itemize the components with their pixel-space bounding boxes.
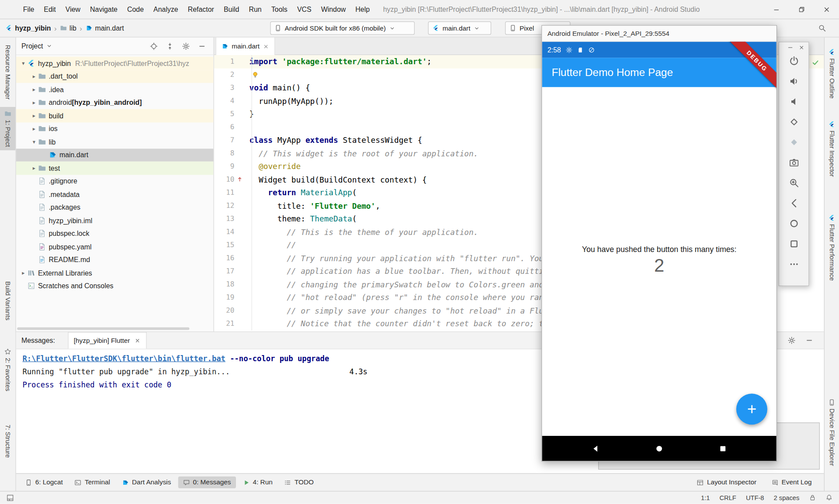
emulator-close-icon[interactable]	[798, 45, 805, 51]
tool-stripe-flutter-inspector[interactable]: Flutter Inspector	[825, 117, 839, 180]
tool-button-6-logcat[interactable]: 6: Logcat	[21, 476, 68, 488]
menu-build[interactable]: Build	[219, 0, 244, 19]
tool-stripe-2-favorites[interactable]: 2: Favorites	[0, 345, 16, 395]
emulator-rotate-right-button[interactable]	[784, 132, 803, 152]
breadcrumb-main-dart[interactable]: main.dart	[85, 24, 124, 32]
tree-item-pubspec-yaml[interactable]: pubspec.yaml	[16, 240, 214, 253]
status-2-spaces[interactable]: 2 spaces	[774, 494, 800, 501]
emulator-title-bar[interactable]: Android Emulator - Pixel_2_API_29:5554	[542, 26, 776, 42]
emulator-zoom-button[interactable]	[784, 173, 803, 193]
menu-code[interactable]: Code	[122, 0, 149, 19]
run-config-selector[interactable]: main.dart	[428, 21, 491, 35]
collapse-arrow-icon[interactable]: ▾	[30, 139, 38, 145]
tree-item-idea[interactable]: ▸.idea	[16, 83, 214, 96]
status-crlf[interactable]: CRLF	[719, 494, 736, 501]
emulator-overview-button[interactable]	[784, 234, 803, 254]
tree-item-ios[interactable]: ▸ios	[16, 122, 214, 135]
device-selector[interactable]: Android SDK built for x86 (mobile)	[270, 21, 415, 35]
tree-item-pubspec-lock[interactable]: pubspec.lock	[16, 227, 214, 240]
menu-edit[interactable]: Edit	[39, 0, 60, 19]
chevron-down-icon[interactable]	[46, 43, 53, 49]
locate-file-icon[interactable]	[150, 42, 158, 50]
override-marker-icon[interactable]	[236, 176, 243, 182]
tree-item-lib[interactable]: ▾lib	[16, 135, 214, 148]
gear-icon[interactable]	[182, 42, 190, 50]
breadcrumb-hyzp-yibin[interactable]: hyzp_yibin	[5, 24, 51, 32]
tool-stripe-build-variants[interactable]: Build Variants	[0, 278, 16, 324]
expand-arrow-icon[interactable]: ▸	[30, 100, 38, 105]
hide-panel-icon[interactable]	[198, 42, 206, 50]
menu-view[interactable]: View	[61, 0, 85, 19]
tree-item-hyzp-yibin-iml[interactable]: hyzp_yibin.iml	[16, 214, 214, 227]
close-button[interactable]	[814, 0, 839, 19]
menu-navigate[interactable]: Navigate	[85, 0, 122, 19]
tool-stripe-flutter-performance[interactable]: Flutter Performance	[825, 211, 839, 284]
emulator-screen[interactable]: 2:58 Flutter Demo Home Page You have pus…	[542, 42, 776, 461]
emulator-camera-button[interactable]	[784, 152, 803, 173]
emulator-more-button[interactable]	[784, 254, 803, 275]
minimize-button[interactable]	[763, 0, 789, 19]
tool-stripe-7-structure[interactable]: 7: Structure	[0, 421, 16, 461]
tool-stripe-device-file-explorer[interactable]: Device File Explorer	[825, 396, 839, 469]
expand-arrow-icon[interactable]: ▸	[30, 86, 38, 92]
tool-button-terminal[interactable]: Terminal	[70, 476, 115, 488]
tool-stripe-flutter-outline[interactable]: Flutter Outline	[825, 45, 839, 102]
tree-item-external-libraries[interactable]: ▸External Libraries	[16, 266, 214, 280]
expand-arrow-icon[interactable]: ▸	[30, 126, 38, 131]
tool-button-4-run[interactable]: 4: Run	[238, 476, 277, 488]
expand-arrow-icon[interactable]: ▸	[30, 165, 38, 171]
tree-item-readme-md[interactable]: README.md	[16, 253, 214, 266]
hide-panel-icon[interactable]	[805, 336, 813, 344]
horizontal-scrollbar[interactable]	[17, 327, 189, 330]
nav-recents-icon[interactable]	[719, 444, 728, 453]
menu-tools[interactable]: Tools	[267, 0, 292, 19]
status-utf-8[interactable]: UTF-8	[746, 494, 764, 501]
status-1-1[interactable]: 1:1	[701, 494, 710, 501]
restore-button[interactable]	[789, 0, 814, 19]
tool-button-todo[interactable]: TODO	[280, 476, 319, 488]
tree-item-hyzp-yibin[interactable]: ▾hyzp_yibinR:\FlutterProject\FlutterProj…	[16, 57, 214, 70]
tool-stripe-1-project[interactable]: 1: Project	[0, 107, 16, 150]
tool-button-dart-analysis[interactable]: Dart Analysis	[117, 476, 176, 488]
tree-item-android[interactable]: ▸android [hyzp_yibin_android]	[16, 96, 214, 109]
tool-button-event-log[interactable]: Event Log	[766, 476, 816, 488]
tree-item-packages[interactable]: .packages	[16, 201, 214, 214]
breadcrumb-lib[interactable]: lib	[60, 24, 76, 32]
tool-button-layout-inspector[interactable]: Layout Inspector	[692, 476, 761, 488]
menu-help[interactable]: Help	[350, 0, 374, 19]
fab-button[interactable]: +	[736, 394, 767, 425]
collapse-arrow-icon[interactable]: ▾	[19, 60, 27, 66]
menu-analyze[interactable]: Analyze	[149, 0, 183, 19]
tree-item-build[interactable]: ▸build	[16, 109, 214, 122]
tree-item-test[interactable]: ▸test	[16, 162, 214, 175]
expand-arrow-icon[interactable]: ▸	[19, 270, 27, 276]
gear-icon[interactable]	[787, 336, 795, 344]
lock-icon[interactable]	[809, 494, 816, 501]
flutter-console-tab[interactable]: [hyzp_yibin] Flutter	[68, 332, 146, 349]
tab-main-dart[interactable]: main.dart	[215, 38, 275, 55]
emulator-back-button[interactable]	[784, 193, 803, 214]
emulator-volume-up-button[interactable]	[784, 71, 803, 92]
emulator-home-button[interactable]	[784, 214, 803, 234]
menu-window[interactable]: Window	[316, 0, 351, 19]
close-tab-icon[interactable]	[134, 338, 141, 344]
project-panel-title[interactable]: Project	[21, 42, 43, 50]
menu-run[interactable]: Run	[244, 0, 266, 19]
tree-item-gitignore[interactable]: .gitignore	[16, 175, 214, 188]
nav-home-icon[interactable]	[655, 444, 664, 453]
tool-stripe-resource-manager[interactable]: Resource Manager	[0, 42, 16, 103]
emulator-power-button[interactable]	[784, 51, 803, 71]
expand-arrow-icon[interactable]: ▸	[30, 73, 38, 79]
tool-windows-icon[interactable]	[7, 494, 14, 501]
menu-refactor[interactable]: Refactor	[183, 0, 219, 19]
collapse-all-icon[interactable]	[166, 42, 174, 50]
tree-item-dart-tool[interactable]: ▸.dart_tool	[16, 70, 214, 83]
menu-vcs[interactable]: VCS	[292, 0, 316, 19]
close-tab-icon[interactable]	[263, 43, 269, 50]
nav-back-icon[interactable]	[591, 444, 600, 453]
tool-button-0-messages[interactable]: 0: Messages	[178, 476, 236, 488]
emulator-minimize-icon[interactable]	[787, 45, 794, 51]
menu-file[interactable]: File	[18, 0, 39, 19]
tree-item-scratches-and-consoles[interactable]: Scratches and Consoles	[16, 280, 214, 293]
intention-bulb-icon[interactable]	[252, 71, 259, 79]
